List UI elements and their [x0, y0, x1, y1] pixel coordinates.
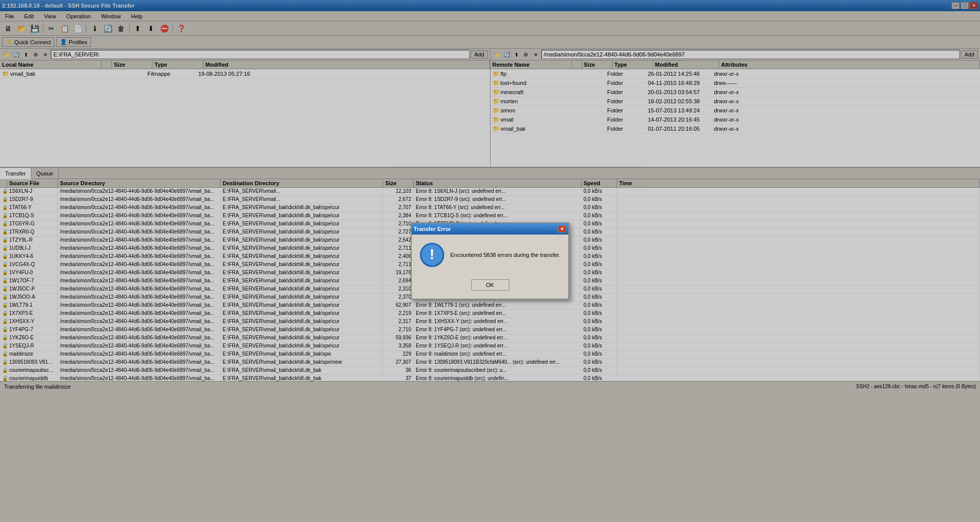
dialog-close-button[interactable]: ✕ [558, 225, 566, 233]
dialog-content: ! Encountered 5838 errors during the tra… [412, 235, 568, 275]
dialog-title-text: Transfer Error [414, 226, 451, 232]
dialog-overlay: Transfer Error ✕ ! Encountered 5838 erro… [0, 0, 980, 522]
dialog-ok-button[interactable]: OK [471, 279, 509, 291]
dialog-footer: OK [412, 275, 568, 299]
svg-text:!: ! [430, 246, 434, 262]
dialog-warning-icon: ! [420, 243, 444, 267]
transfer-error-dialog: Transfer Error ✕ ! Encountered 5838 erro… [411, 222, 569, 300]
dialog-message-text: Encountered 5838 errors during the trans… [450, 252, 560, 258]
dialog-title-bar: Transfer Error ✕ [412, 223, 568, 235]
